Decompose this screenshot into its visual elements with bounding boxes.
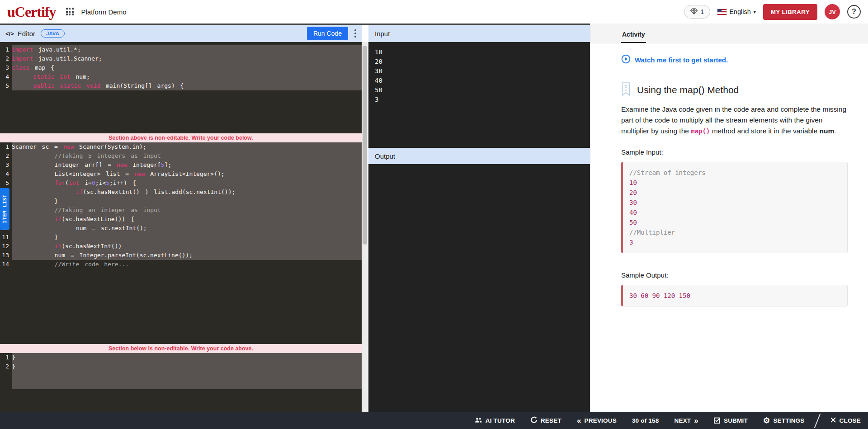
credits-pill[interactable]: 1 <box>684 5 710 19</box>
checkbox-check-icon <box>714 417 721 425</box>
map-code-token: map() <box>691 127 710 135</box>
activity-title: Using the map() Method <box>637 85 739 95</box>
num-token: num <box>820 127 835 135</box>
output-header: Output <box>368 148 590 164</box>
submit-button[interactable]: SUBMIT <box>714 417 748 425</box>
chevron-down-icon: ▾ <box>754 9 756 14</box>
previous-button[interactable]: « PREVIOUS <box>577 417 617 424</box>
item-list-tab[interactable]: ITEM LIST <box>0 188 9 230</box>
activity-panel: Activity Watch me first to get started. … <box>590 24 868 412</box>
bookmark-icon <box>621 82 631 98</box>
io-panel: Input 10203040503 Output <box>368 25 590 412</box>
code-icon: </> <box>5 30 14 37</box>
editor-panel: </> Editor JAVA Run Code 1import java.ut… <box>0 25 362 412</box>
reset-button[interactable]: RESET <box>530 416 561 425</box>
ai-tutor-button[interactable]: AI TUTOR <box>475 417 515 424</box>
code-section-editable[interactable]: 1Scanner sc = new Scanner(System.in);2 /… <box>0 142 362 344</box>
input-area[interactable]: 10203040503 <box>368 42 590 148</box>
sample-input-box: //Stream of integers1020304050//Multipli… <box>621 162 848 253</box>
language-selector[interactable]: English ▾ <box>717 8 756 15</box>
divider <box>621 73 848 73</box>
activity-description: Examine the Java code given in the code … <box>621 104 848 137</box>
language-label: English <box>729 8 751 15</box>
bottom-toolbar: AI TUTOR RESET « PREVIOUS 30 of 158 NEXT… <box>0 412 868 429</box>
code-section-noneditable-top: 1import java.util.*;2import java.util.Sc… <box>0 42 362 133</box>
gem-icon <box>690 8 698 16</box>
editor-header: </> Editor JAVA Run Code <box>0 25 362 42</box>
app-title: Platform Demo <box>81 8 127 16</box>
code-fill <box>12 371 362 389</box>
activity-tab-bar: Activity <box>590 24 868 43</box>
my-library-button[interactable]: MY LIBRARY <box>763 4 817 20</box>
editor-title: Editor <box>18 30 35 38</box>
output-area <box>368 164 590 412</box>
next-button[interactable]: NEXT » <box>675 417 698 424</box>
close-icon <box>830 417 836 424</box>
notice-top: Section above is non-editable. Write you… <box>0 133 362 142</box>
avatar[interactable]: JV <box>825 4 840 19</box>
help-icon[interactable]: ? <box>847 5 861 19</box>
credits-count: 1 <box>700 8 704 15</box>
top-header: uCertify Platform Demo 1 English ▾ MY LI… <box>0 0 868 24</box>
apps-grid-icon[interactable] <box>66 8 74 16</box>
chevrons-left-icon: « <box>577 417 581 424</box>
watch-me-first-link[interactable]: Watch me first to get started. <box>621 54 848 65</box>
code-area: 1import java.util.*;2import java.util.Sc… <box>0 42 362 412</box>
tab-activity[interactable]: Activity <box>621 31 646 43</box>
gear-icon: ⚙ <box>763 417 770 424</box>
java-language-badge: JAVA <box>41 29 65 38</box>
play-circle-icon <box>621 54 631 65</box>
sample-output-box: 30 60 90 120 150 <box>621 285 848 306</box>
sample-input-label: Sample Input: <box>621 148 848 156</box>
us-flag-icon <box>717 9 726 15</box>
settings-button[interactable]: ⚙ SETTINGS <box>763 417 805 424</box>
people-icon <box>475 417 482 424</box>
sample-output-label: Sample Output: <box>621 271 848 279</box>
ucertify-logo: uCertify <box>7 4 56 20</box>
progress-indicator: 30 of 158 <box>632 417 659 424</box>
reset-icon <box>530 416 538 425</box>
code-section-noneditable-bottom: 1}2} <box>0 353 362 389</box>
main-content: </> Editor JAVA Run Code 1import java.ut… <box>0 24 868 412</box>
editor-menu-icon[interactable] <box>354 29 356 38</box>
editor-scrollbar-thumb[interactable] <box>363 46 367 245</box>
slash-divider <box>814 413 821 428</box>
editor-scrollbar[interactable] <box>362 42 368 412</box>
close-button[interactable]: CLOSE <box>830 417 861 424</box>
chevrons-right-icon: » <box>694 417 698 424</box>
notice-bottom: Section below is non-editable. Write you… <box>0 344 362 353</box>
input-header: Input <box>368 25 590 42</box>
run-code-button[interactable]: Run Code <box>307 27 348 40</box>
